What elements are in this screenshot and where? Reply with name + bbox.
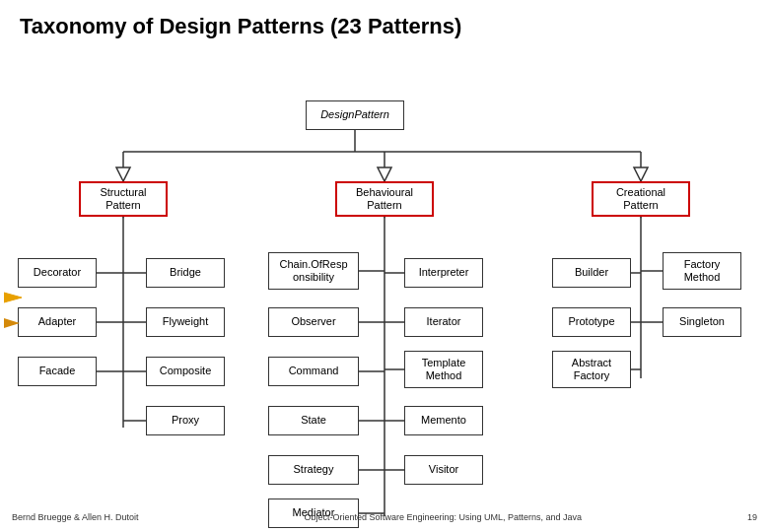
node-state: State [268,406,359,435]
node-builder: Builder [552,258,631,288]
node-strategy: Strategy [268,455,359,485]
node-iterator: Iterator [404,307,483,337]
footer-center: Object-Oriented Software Engineering: Us… [304,512,582,522]
svg-marker-7 [378,167,391,181]
node-decorator: Decorator [18,258,97,288]
node-composite: Composite [146,357,225,386]
node-visitor: Visitor [404,455,483,485]
node-flyweight: Flyweight [146,307,225,337]
node-command: Command [268,357,359,386]
adapter-arrow [4,315,22,335]
diagram-area: Design​Pattern Structural Pattern Behavi… [0,43,769,526]
node-structural: Structural Pattern [79,181,168,217]
node-facade: Facade [18,357,97,386]
node-adapter: Adapter [18,307,97,337]
node-proxy: Proxy [146,406,225,435]
footer-right: 19 [747,512,757,522]
node-abstract-factory: Abstract Factory [552,351,631,388]
svg-marker-8 [634,167,648,181]
node-prototype: Prototype [552,307,631,337]
node-chain-of-resp: Chain.OfResp onsibility [268,252,359,290]
svg-marker-6 [116,167,130,181]
node-memento: Memento [404,406,483,435]
footer: Bernd Bruegge & Allen H. Dutoit Object-O… [0,512,769,522]
node-design-pattern: Design​Pattern [306,100,404,130]
svg-marker-38 [4,318,20,328]
node-template-method: Template Method [404,351,483,388]
node-interpreter: Interpreter [404,258,483,288]
node-behavioural: Behavioural Pattern [335,181,434,217]
footer-left: Bernd Bruegge & Allen H. Dutoit [12,512,139,522]
node-creational: Creational Pattern [592,181,690,217]
node-bridge: Bridge [146,258,225,288]
svg-marker-0 [4,293,22,302]
node-singleton: Singleton [663,307,741,337]
main-title: Taxonomy of Design Patterns (23 Patterns… [0,0,769,43]
node-observer: Observer [268,307,359,337]
node-factory-method: Factory Method [663,252,741,290]
